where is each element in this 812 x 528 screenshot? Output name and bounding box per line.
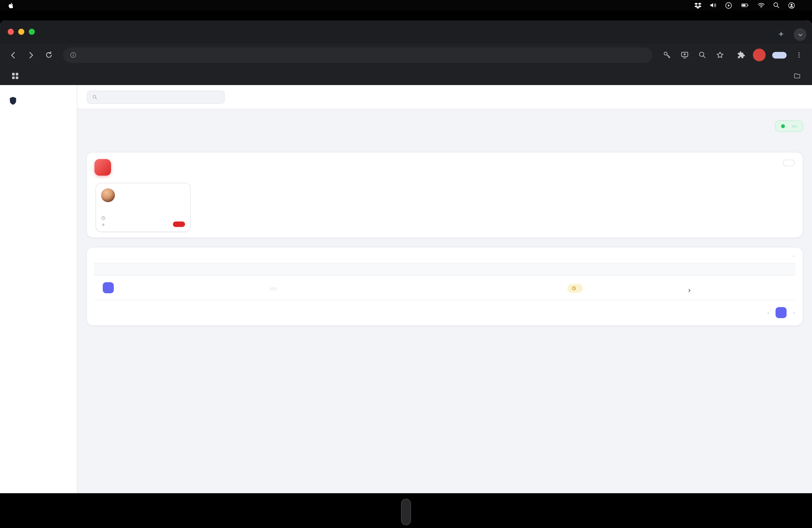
brand-logo [0, 85, 77, 121]
forward-icon[interactable] [23, 47, 39, 63]
spotlight-search-icon[interactable] [773, 2, 780, 9]
sidebar-footer [0, 483, 77, 493]
main-area: ‹ › [77, 85, 812, 493]
volume-icon[interactable] [709, 2, 717, 9]
dock [401, 499, 411, 525]
application-id-pill [270, 287, 277, 291]
view-details-button[interactable] [685, 288, 692, 293]
tab-search-button[interactable] [794, 28, 807, 41]
app-topbar [77, 85, 812, 109]
dashboard-page: ‹ › [0, 85, 812, 493]
all-bookmarks[interactable] [793, 72, 805, 79]
attention-panel [86, 152, 803, 238]
next-page-button[interactable]: › [792, 310, 795, 316]
view-all-button[interactable] [783, 160, 795, 166]
bookmarks-bar [0, 66, 812, 85]
search-icon [92, 94, 98, 100]
attention-count-badge [95, 159, 111, 176]
previous-page-button[interactable]: ‹ [768, 310, 771, 316]
site-info-icon [70, 52, 77, 59]
screen-mirroring-icon[interactable] [725, 1, 733, 9]
bank-code-badge [792, 125, 797, 127]
profile-avatar[interactable] [753, 48, 766, 61]
clock-icon [572, 286, 576, 291]
apple-menu-icon[interactable] [8, 1, 14, 9]
shield-logo-icon [8, 96, 18, 105]
review-now-button[interactable] [173, 221, 185, 227]
applications-table [94, 263, 795, 300]
clock-icon [101, 216, 105, 220]
status-badge [567, 284, 583, 293]
table-header-row [94, 263, 795, 276]
control-center-icon[interactable] [788, 1, 795, 9]
dropbox-icon[interactable] [694, 2, 701, 9]
browser-toolbar [0, 44, 812, 66]
page-number-button[interactable] [775, 307, 787, 318]
password-key-icon[interactable] [659, 47, 675, 63]
priority-icon [101, 223, 105, 227]
reload-icon[interactable] [41, 47, 56, 63]
bookmark-star-icon[interactable] [712, 47, 727, 63]
tab-groups-grid-icon[interactable] [7, 68, 23, 84]
minimize-window-button[interactable] [18, 29, 24, 35]
bank-badge [775, 120, 803, 132]
chevron-right-icon [687, 288, 692, 293]
search-input[interactable] [101, 94, 219, 100]
browser-menu-kebab-icon[interactable] [791, 47, 807, 63]
dashboard-content: ‹ › [77, 109, 812, 493]
zoom-window-button[interactable] [29, 29, 35, 35]
finish-update-button[interactable] [772, 52, 787, 58]
zoom-search-icon[interactable] [694, 47, 710, 63]
close-window-button[interactable] [8, 29, 14, 35]
tab-strip: + [0, 20, 812, 44]
back-icon[interactable] [5, 47, 21, 63]
bank-status-dot [781, 124, 785, 128]
folder-icon [793, 72, 801, 79]
new-tab-button[interactable]: + [774, 27, 788, 42]
url-bar[interactable] [63, 47, 652, 63]
chrome-window: + [0, 20, 812, 493]
attention-card[interactable] [96, 183, 191, 232]
sidebar [0, 85, 77, 493]
install-app-icon[interactable] [677, 47, 692, 63]
extensions-puzzle-icon[interactable] [733, 47, 749, 63]
applications-panel: ‹ › [86, 247, 803, 326]
window-controls [8, 29, 35, 35]
status-filter-group [793, 255, 795, 258]
applicant-photo-avatar [101, 188, 115, 202]
menu-bar [0, 0, 812, 11]
applicant-initial-avatar [103, 282, 114, 293]
desktop: + [0, 0, 812, 528]
battery-icon[interactable] [740, 2, 750, 9]
wifi-icon[interactable] [757, 2, 765, 9]
table-row[interactable] [94, 276, 795, 300]
search-bar[interactable] [87, 90, 225, 104]
